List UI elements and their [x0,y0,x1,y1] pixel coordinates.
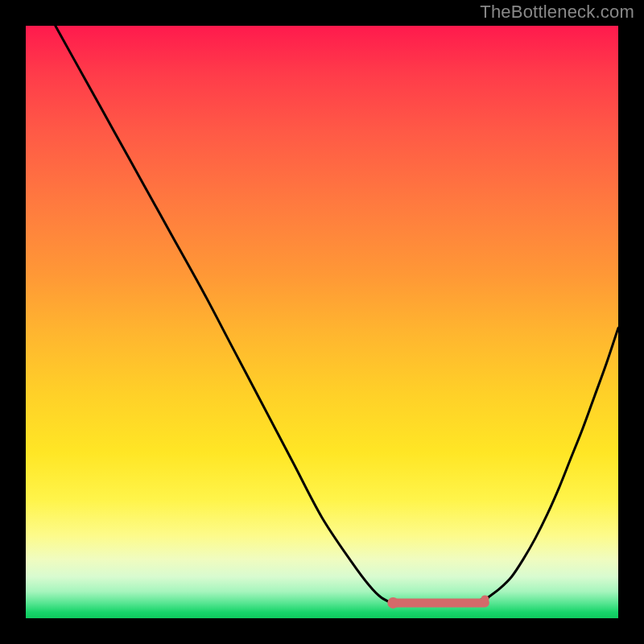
plot-area [26,26,618,618]
bottleneck-curve [56,26,618,605]
bottleneck-marker-dot-left [387,597,398,609]
chart-frame: TheBottleneck.com [0,0,644,644]
curve-layer [26,26,618,618]
bottleneck-marker-dot-right [481,595,489,603]
watermark-text: TheBottleneck.com [480,2,634,23]
